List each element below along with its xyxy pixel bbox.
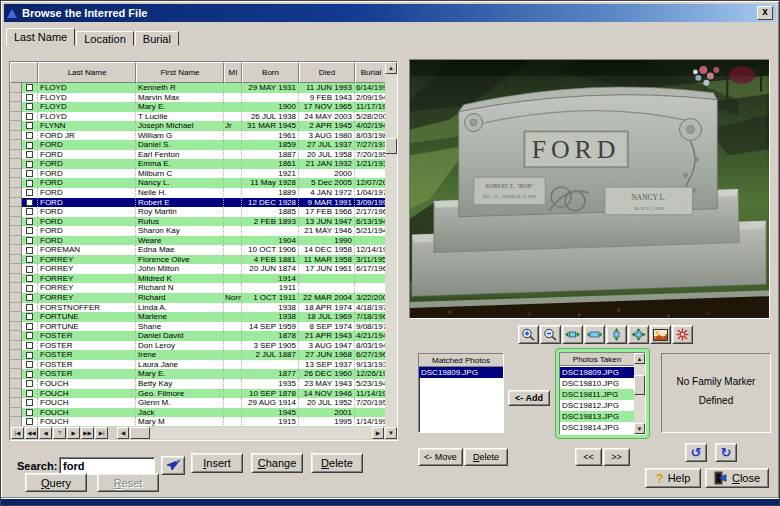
row-checkbox[interactable] (26, 227, 33, 234)
row-checkbox[interactable] (26, 199, 33, 206)
table-row[interactable]: FLOYDMarvin Max9 FEB 19432/09/194 (10, 93, 387, 103)
row-checkbox[interactable] (26, 275, 33, 282)
table-row[interactable]: FORDRufus2 FEB 189313 JUN 19476/13/194 (10, 217, 387, 227)
grid-nav-button[interactable]: ▶| (95, 427, 108, 439)
table-row[interactable]: FORD JRWilliam G19613 AUG 19808/03/198 (10, 131, 387, 141)
scroll-right-icon[interactable]: ▶ (372, 427, 384, 439)
photos-taken-list[interactable]: Photos Taken DSC19809.JPGDSC19810.JPGDSC… (559, 352, 646, 435)
grid-horizontal-scrollbar[interactable]: ◀ ▶ ▼ (117, 427, 397, 439)
photos-scroll-thumb[interactable] (634, 375, 645, 395)
delete-button[interactable]: Delete (311, 453, 363, 473)
grid-nav-button[interactable]: ? (53, 427, 66, 439)
fit-vertical-button[interactable] (606, 325, 627, 344)
header-born[interactable]: Born (242, 62, 299, 83)
table-row[interactable]: FOSTERIrene2 JUL 188727 JUN 19686/27/196 (10, 350, 387, 360)
grid-nav-button[interactable]: ▶▶ (81, 427, 94, 439)
header-mi[interactable]: MI (224, 62, 242, 83)
row-checkbox[interactable] (26, 94, 33, 101)
table-row[interactable]: FORDWeare19041990 (10, 236, 387, 246)
table-row[interactable]: FORDNancy L.11 May 19285 Dec 200512/07/2… (10, 178, 387, 188)
fit-horizontal-button[interactable] (562, 325, 583, 344)
row-checkbox[interactable] (26, 371, 33, 378)
row-checkbox[interactable] (26, 304, 33, 311)
row-checkbox[interactable] (26, 218, 33, 225)
row-checkbox[interactable] (26, 352, 33, 359)
row-checkbox[interactable] (26, 294, 33, 301)
row-checkbox[interactable] (26, 189, 33, 196)
table-row[interactable]: FORDDaniel S.185927 JUL 19377/27/193 (10, 140, 387, 150)
table-row[interactable]: FORTUNEMarlene193818 JUL 19697/18/196 (10, 312, 387, 322)
list-item[interactable]: DSC19809.JPG (560, 367, 634, 378)
row-checkbox[interactable] (26, 256, 33, 263)
image-button[interactable] (650, 325, 671, 344)
row-checkbox[interactable] (26, 390, 33, 397)
row-checkbox[interactable] (26, 266, 33, 273)
row-checkbox[interactable] (26, 313, 33, 320)
brightness-button[interactable] (672, 325, 693, 344)
row-checkbox[interactable] (26, 399, 33, 406)
query-button[interactable]: Query (25, 473, 87, 492)
tab-burial[interactable]: Burial (135, 31, 179, 46)
horizontal-scroll-thumb[interactable] (130, 427, 150, 439)
header-first-name[interactable]: First Name (136, 62, 224, 83)
table-row[interactable]: FOSTERDaniel David187821 APR 19434/21/19… (10, 331, 387, 341)
grid-nav-button[interactable]: ◀◀ (25, 427, 38, 439)
table-row[interactable]: FORDEmma E.186121 JAN 19321/21/193 (10, 159, 387, 169)
table-row[interactable]: FORREYFlorence Olive4 FEB 188111 MAR 195… (10, 255, 387, 265)
list-item[interactable]: DSC19810.JPG (560, 378, 634, 389)
table-row[interactable]: FLOYDMary E.190017 NOV 196511/17/196 (10, 102, 387, 112)
matched-photos-list[interactable]: Matched Photos DSC19809.JPG (418, 353, 504, 433)
add-photo-button[interactable]: <- Add (508, 390, 550, 406)
table-row[interactable]: FLYNNJoseph MichaelJr31 MAR 19452 APR 19… (10, 121, 387, 131)
list-item[interactable]: DSC19811.JPG (560, 389, 634, 400)
row-checkbox[interactable] (26, 418, 33, 425)
close-window-button[interactable]: x (757, 6, 773, 20)
scroll-up-icon[interactable]: ▲ (385, 62, 397, 74)
row-checkbox[interactable] (26, 208, 33, 215)
row-checkbox[interactable] (26, 170, 33, 177)
row-checkbox[interactable] (26, 409, 33, 416)
tab-location[interactable]: Location (76, 31, 134, 46)
fit-page-button[interactable] (628, 325, 649, 344)
row-checkbox[interactable] (26, 161, 33, 168)
table-row[interactable]: FOREMANEdna Mae10 OCT 190614 DEC 195812/… (10, 245, 387, 255)
table-row[interactable]: FORDNelle H.18894 JAN 19721/04/197 (10, 188, 387, 198)
table-row[interactable]: FOUCHGlenn M.29 AUG 191420 JUL 19527/20/… (10, 398, 387, 408)
table-row[interactable]: FORDRoy Martin188517 FEB 19662/17/196 (10, 207, 387, 217)
search-go-button[interactable] (161, 456, 185, 475)
row-checkbox[interactable] (26, 113, 33, 120)
table-row[interactable]: FORDSharon Kay21 MAY 19465/21/194 (10, 226, 387, 236)
row-checkbox[interactable] (26, 132, 33, 139)
row-checkbox[interactable] (26, 237, 33, 244)
table-row[interactable]: FORDEarl Fenton188720 JUL 19587/20/195 (10, 150, 387, 160)
table-row[interactable]: FORTUNEShane14 SEP 19598 SEP 19749/08/19… (10, 322, 387, 332)
row-checkbox[interactable] (26, 361, 33, 368)
row-checkbox[interactable] (26, 151, 33, 158)
table-row[interactable]: FORDRobert E12 DEC 19289 MAR 19913/09/19… (10, 198, 387, 208)
list-item[interactable]: DSC19814.JPG (560, 422, 634, 433)
row-checkbox[interactable] (26, 180, 33, 187)
table-row[interactable]: FOSTERMary E.187726 DEC 196012/26/196 (10, 369, 387, 379)
table-row[interactable]: FORREYJohn Milton20 JUN 187417 JUN 19616… (10, 264, 387, 274)
prev-photo-button[interactable]: << (575, 448, 602, 466)
grid-nav-button[interactable]: ▶ (67, 427, 80, 439)
header-burial[interactable]: Burial (355, 62, 387, 83)
row-checkbox[interactable] (26, 142, 33, 149)
grid-nav-button[interactable]: ◀ (39, 427, 52, 439)
help-button[interactable]: ? Help (645, 468, 701, 488)
scroll-down-icon[interactable]: ▼ (634, 423, 645, 434)
table-row[interactable]: FLOYDT Lucille26 JUL 193824 MAY 20035/28… (10, 112, 387, 122)
move-photo-button[interactable]: <- Move (418, 448, 463, 466)
row-checkbox[interactable] (26, 122, 33, 129)
list-item[interactable]: DSC19813.JPG (560, 411, 634, 422)
row-checkbox[interactable] (26, 332, 33, 339)
row-checkbox[interactable] (26, 285, 33, 292)
list-item[interactable]: DSC19809.JPG (419, 367, 503, 378)
table-row[interactable]: FOUCHBetty Kay193523 MAY 19435/23/194 (10, 379, 387, 389)
row-checkbox[interactable] (26, 323, 33, 330)
grid-vertical-scrollbar[interactable]: ▲ (385, 62, 397, 427)
row-checkbox[interactable] (26, 247, 33, 254)
zoom-in-button[interactable] (518, 325, 539, 344)
tab-last-name[interactable]: Last Name (6, 28, 75, 46)
table-row[interactable]: FORSTNOFFERLinda A.193818 APR 19744/18/1… (10, 303, 387, 313)
